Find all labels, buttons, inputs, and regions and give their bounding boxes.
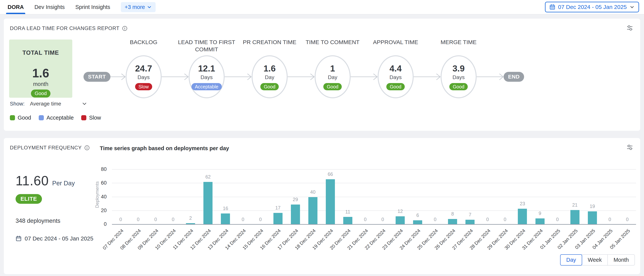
toggle-month[interactable]: Month	[608, 254, 635, 265]
stage-status-badge: Good	[260, 83, 279, 90]
more-tabs-button[interactable]: +3 more	[121, 2, 156, 12]
show-label: Show:	[10, 101, 25, 107]
bar-value-label: 0	[618, 217, 636, 222]
stage-value: 24.7	[135, 63, 152, 74]
bar-value-label: 0	[426, 217, 444, 222]
y-axis-tick: 20	[94, 208, 107, 213]
deployment-bar	[274, 213, 282, 224]
flow-arrow	[288, 72, 314, 81]
total-time-value: 1.6	[32, 66, 49, 80]
deployment-bar	[221, 213, 230, 224]
stage-unit: Days	[452, 74, 465, 80]
stage-status-badge: Good	[449, 83, 468, 90]
bar-value-label: 29	[287, 197, 304, 202]
legend-swatch-good	[10, 115, 15, 120]
show-selector-row: Show: Average time	[10, 101, 87, 107]
bar-value-label: 0	[374, 217, 392, 222]
bar-column: 021 Dec 2024	[356, 165, 374, 224]
flow-stage-node: LEAD TIME TO FIRST COMMIT 12.1 Days Acce…	[188, 55, 225, 98]
deployment-bar	[570, 210, 580, 224]
y-axis-tick: 40	[94, 194, 107, 200]
flow-arrow	[162, 72, 188, 81]
legend-swatch-acceptable	[39, 115, 44, 120]
show-metric-dropdown[interactable]: Average time	[30, 101, 87, 107]
y-axis-tick: 80	[94, 166, 107, 172]
deployment-card-title: DEPLOYMENT FREQUENCY	[10, 145, 82, 151]
stage-unit: Days	[138, 74, 150, 80]
deployment-frequency-card: DEPLOYMENT FREQUENCY Time series graph b…	[4, 138, 640, 274]
chevron-down-icon	[82, 101, 87, 106]
stage-circle: 3.9 Days Good	[440, 55, 477, 98]
bar-column: 2330 Dec 2024	[514, 165, 531, 224]
bar-value-label: 21	[566, 202, 584, 208]
deployment-rate-unit: Per Day	[52, 180, 75, 187]
bar-column: 1120 Dec 2024	[339, 165, 356, 224]
stage-status-badge: Slow	[135, 83, 152, 90]
date-range-picker[interactable]: 07 Dec 2024 - 05 Jan 2025	[545, 2, 639, 12]
stage-unit: Day	[328, 74, 337, 80]
bar-column: 028 Dec 2024	[479, 165, 496, 224]
deployment-bar	[466, 220, 474, 224]
deployment-bar	[536, 218, 544, 225]
top-navigation-bar: DORA Dev Insights Sprint Insights +3 mor…	[0, 0, 644, 15]
chart-settings-icon[interactable]	[626, 24, 633, 32]
toggle-week[interactable]: Week	[582, 254, 608, 265]
total-time-box: TOTAL TIME 1.6 month Good	[9, 40, 72, 98]
bar-value-label: 17	[269, 205, 287, 211]
bar-column: 624 Dec 2024	[409, 165, 426, 224]
stage-title: APPROVAL TIME	[363, 39, 428, 46]
total-time-unit: month	[33, 81, 48, 87]
bar-value-label: 0	[356, 217, 374, 222]
bar-column: 014 Dec 2024	[234, 165, 252, 224]
flow-stage-node: BACKLOG 24.7 Days Slow	[126, 55, 162, 98]
deployment-bar	[518, 209, 527, 224]
flow-start-pill: START	[84, 72, 110, 82]
deployment-bar	[396, 216, 405, 224]
legend-item-slow: Slow	[81, 115, 101, 121]
deployment-rate-value: 11.60	[16, 173, 49, 188]
stage-value: 4.4	[390, 63, 402, 74]
bar-value-label: 8	[444, 211, 461, 217]
lead-time-legend: Good Acceptable Slow	[10, 115, 101, 121]
stage-circle: 24.7 Days Slow	[126, 55, 162, 98]
flow-arrow	[110, 72, 126, 81]
bar-column: 1716 Dec 2024	[269, 165, 287, 224]
info-icon[interactable]	[122, 26, 127, 31]
flow-arrow	[414, 72, 440, 81]
bar-column: 6619 Dec 2024	[322, 165, 339, 224]
bar-column: 025 Dec 2024	[426, 165, 444, 224]
stage-value: 3.9	[452, 63, 465, 74]
stage-title: BACKLOG	[111, 39, 176, 46]
lead-time-card: DORA LEAD TIME FOR CHANGES REPORT TOTAL …	[4, 19, 640, 131]
stage-status-badge: Good	[323, 83, 342, 90]
bar-column: 005 Jan 2025	[618, 165, 636, 224]
bar-column: 029 Dec 2024	[496, 165, 514, 224]
bar-value-label: 12	[392, 209, 409, 214]
stage-value: 12.1	[198, 63, 215, 74]
bar-value-label: 0	[549, 217, 566, 222]
tab-bar: DORA Dev Insights Sprint Insights +3 mor…	[8, 0, 156, 14]
stats-date-range-label: 07 Dec 2024 - 05 Jan 2025	[25, 235, 93, 242]
more-tabs-label: +3 more	[125, 4, 145, 10]
deployment-bar	[588, 211, 597, 224]
stage-unit: Days	[390, 74, 402, 80]
calendar-icon	[16, 235, 22, 242]
y-axis-tick: 0	[94, 221, 107, 227]
bar-value-label: 62	[199, 174, 217, 180]
show-metric-value: Average time	[30, 101, 61, 107]
deployment-bar	[343, 217, 352, 224]
bar-value-label: 66	[322, 172, 339, 177]
bar-column: 009 Dec 2024	[147, 165, 164, 224]
flow-arrow	[477, 72, 504, 81]
bar-value-label: 7	[461, 212, 479, 217]
info-icon[interactable]	[84, 145, 90, 150]
toggle-day[interactable]: Day	[560, 254, 582, 265]
deployment-bar	[308, 197, 318, 225]
flow-end-pill: END	[504, 72, 524, 82]
tab-dev-insights[interactable]: Dev Insights	[34, 0, 65, 14]
chart-settings-icon[interactable]	[626, 144, 633, 151]
bar-value-label: 0	[479, 217, 496, 222]
stats-date-range: 07 Dec 2024 - 05 Jan 2025	[16, 235, 93, 242]
tab-dora[interactable]: DORA	[8, 0, 24, 14]
tab-sprint-insights[interactable]: Sprint Insights	[75, 0, 110, 14]
